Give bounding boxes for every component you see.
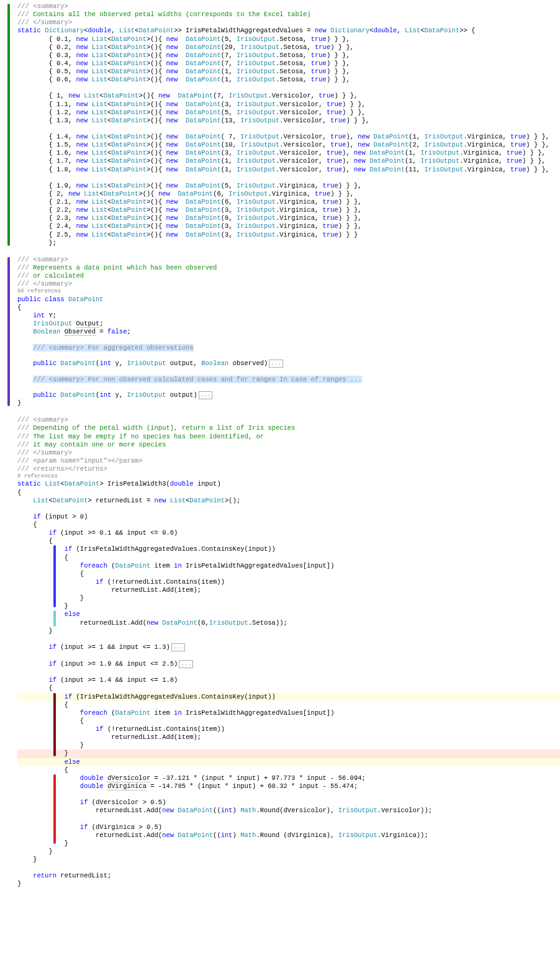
- if-not-contains-2: if (!returnedList.Contains(item)): [17, 725, 560, 733]
- codelens-references[interactable]: 8 references: [17, 473, 560, 480]
- if-containskey-2: if (IrisPetalWidthAggregatedValues.Conta…: [17, 693, 560, 701]
- if-dversicolor: if (dVersicolor > 0.5): [17, 799, 560, 807]
- if-range-virginica: if (input >= 1.9 && input <= 2.5)...: [17, 660, 560, 669]
- add-item: returnedList.Add(item);: [17, 586, 560, 594]
- dict-row: { 1.2, new List<DataPoint>(){ new DataPo…: [17, 109, 560, 117]
- inner-block-blue: if (IrisPetalWidthAggregatedValues.Conta…: [17, 545, 560, 610]
- returnedlist-decl: List<DataPoint> returnedList = new List<…: [17, 497, 560, 505]
- ctor1: public DataPoint(int y, IrisOutput outpu…: [17, 360, 560, 368]
- doc-summary-open: /// <summary>: [17, 2, 68, 10]
- highlight-bar-lightblue: [53, 610, 56, 627]
- field-y: int Y;: [17, 312, 560, 320]
- add-versicolor: returnedList.Add(new DataPoint((int) Mat…: [17, 807, 560, 815]
- dict-row: { 2.2, new List<DataPoint>(){ new DataPo…: [17, 206, 560, 214]
- if-dvirginica: if (dVirginica > 0.5): [17, 823, 560, 831]
- brace-open: {: [17, 489, 560, 497]
- brace-open: {: [17, 537, 560, 545]
- dict-setosa-rows: { 0.1, new List<DataPoint>(){ new DataPo…: [17, 35, 560, 84]
- fold-icon[interactable]: ...: [199, 391, 212, 399]
- inner-block-red: double dVersicolor = -37.121 * (input * …: [17, 774, 560, 840]
- dversicolor-decl: double dVersicolor = -37.121 * (input * …: [17, 774, 560, 782]
- dict-row: { 0.3, new List<DataPoint>(){ new DataPo…: [17, 52, 560, 60]
- dict-row: { 0.1, new List<DataPoint>(){ new DataPo…: [17, 35, 560, 43]
- dict-row: { 1.3, new List<DataPoint>(){ new DataPo…: [17, 117, 560, 125]
- dict-row: { 1.4, new List<DataPoint>(){ new DataPo…: [17, 133, 560, 141]
- code-block-dictionary: /// <summary> /// /// Contains all the o…: [5, 2, 560, 247]
- brace-close: }: [17, 399, 560, 407]
- foreach-datapoint-2: foreach (DataPoint item in IrisPetalWidt…: [17, 709, 560, 717]
- brace-open: {: [17, 684, 560, 692]
- brace-close: }: [17, 594, 560, 602]
- brace-close: }: [17, 880, 560, 888]
- brace-close: }: [17, 856, 560, 864]
- if-range-versicolor: if (input >= 1 && input <= 1.3)...: [17, 643, 560, 652]
- dict-declaration: static Dictionary<double, List<DataPoint…: [17, 27, 560, 35]
- codelens-references[interactable]: 66 references: [17, 288, 560, 295]
- dict-row: { 0.6, new List<DataPoint>(){ new DataPo…: [17, 76, 560, 84]
- brace-close: }: [17, 741, 560, 749]
- dict-row: { 1.7, new List<DataPoint>(){ new DataPo…: [17, 157, 560, 165]
- dict-row: { 2.5, new List<DataPoint>(){ new DataPo…: [17, 231, 560, 239]
- else-2: else: [17, 758, 560, 766]
- if-range-mixed: if (input >= 1.4 && input <= 1.8): [17, 676, 560, 684]
- codelens-references[interactable]: [17, 384, 560, 391]
- field-observed: Boolean Observed = false;: [17, 328, 560, 336]
- dict-row: { 1.6, new List<DataPoint>(){ new DataPo…: [17, 149, 560, 157]
- highlight-bar-green: [7, 4, 10, 246]
- add-virginica: returnedList.Add(new DataPoint((int) Mat…: [17, 831, 560, 840]
- highlight-bar-purple: [7, 257, 10, 407]
- doc-returns: /// <returns></returns>: [17, 465, 107, 473]
- brace-close: }: [17, 749, 560, 758]
- brace-close: }: [17, 627, 560, 635]
- dict-row: { 0.2, new List<DataPoint>(){ new DataPo…: [17, 43, 560, 52]
- if-containskey: if (IrisPetalWidthAggregatedValues.Conta…: [17, 545, 560, 553]
- brace-open: {: [17, 570, 560, 578]
- brace-open: {: [17, 554, 560, 562]
- dict-row: { 1, new List<DataPoint>(){ new DataPoin…: [17, 92, 560, 100]
- dict-mixed-rows: { 1.4, new List<DataPoint>(){ new DataPo…: [17, 133, 560, 174]
- brace-close: }: [17, 602, 560, 610]
- function-signature: static List<DataPoint> IrisPetalWidth3(d…: [17, 480, 560, 488]
- add-item-2: returnedList.Add(item);: [17, 733, 560, 741]
- if-range-setosa: if (input >= 0.1 && input <= 0.6): [17, 529, 560, 537]
- fold-icon[interactable]: ...: [171, 643, 185, 651]
- if-input-gt-0: if (input > 0): [17, 513, 560, 521]
- dict-row: { 2, new List<DataPoint>(){ new DataPoin…: [17, 190, 560, 198]
- code-block-datapoint-class: /// <summary> /// Represents a data poin…: [5, 256, 560, 408]
- doc-summary-open: /// <summary>: [17, 416, 68, 423]
- doc-ctor2: /// <summary> For non observed calculate…: [17, 376, 560, 384]
- dict-virginica-rows: { 1.9, new List<DataPoint>(){ new DataPo…: [17, 182, 560, 239]
- codelens-references[interactable]: [17, 352, 560, 359]
- dvirginica-decl: double dVirginica = -14.785 * (input * i…: [17, 782, 560, 790]
- brace-open: {: [17, 521, 560, 529]
- dict-row: { 0.5, new List<DataPoint>(){ new DataPo…: [17, 68, 560, 76]
- dict-versicolor-rows: { 1, new List<DataPoint>(){ new DataPoin…: [17, 92, 560, 125]
- inner-block-darkred: if (IrisPetalWidthAggregatedValues.Conta…: [17, 693, 560, 758]
- code-block-function: /// <summary> /// Depending of the petal…: [5, 416, 560, 888]
- class-declaration: public class DataPoint: [17, 296, 560, 304]
- else: else: [17, 610, 560, 618]
- add-setosa: returnedList.Add(new DataPoint(0,IrisOut…: [17, 619, 560, 627]
- highlight-bar-darkred: [53, 693, 56, 756]
- dict-row: { 1.8, new List<DataPoint>(){ new DataPo…: [17, 166, 560, 174]
- dict-row: { 2.3, new List<DataPoint>(){ new DataPo…: [17, 214, 560, 222]
- doc-summary-close: /// </summary>: [17, 280, 72, 288]
- doc-ctor1: /// <summary> For aggregated observation…: [17, 344, 560, 352]
- dict-row: { 1.9, new List<DataPoint>(){ new DataPo…: [17, 182, 560, 190]
- fold-icon[interactable]: ...: [179, 660, 192, 668]
- return-statement: return returnedList;: [17, 872, 560, 880]
- brace-open: {: [17, 766, 560, 774]
- brace-open: {: [17, 304, 560, 312]
- brace-open: {: [17, 717, 560, 725]
- dict-row: { 0.4, new List<DataPoint>(){ new DataPo…: [17, 60, 560, 68]
- fold-icon[interactable]: ...: [269, 360, 282, 368]
- ctor2: public DataPoint(int y, IrisOutput outpu…: [17, 391, 560, 400]
- highlight-bar-blue: [53, 545, 56, 607]
- brace-close: }: [17, 840, 560, 848]
- doc-summary-close: /// </summary>: [17, 19, 72, 26]
- doc-summary-open: /// <summary>: [17, 256, 68, 263]
- dict-row: { 1.5, new List<DataPoint>(){ new DataPo…: [17, 141, 560, 149]
- highlight-bar-red: [53, 774, 56, 844]
- foreach-datapoint: foreach (DataPoint item in IrisPetalWidt…: [17, 562, 560, 570]
- brace-close: }: [17, 848, 560, 856]
